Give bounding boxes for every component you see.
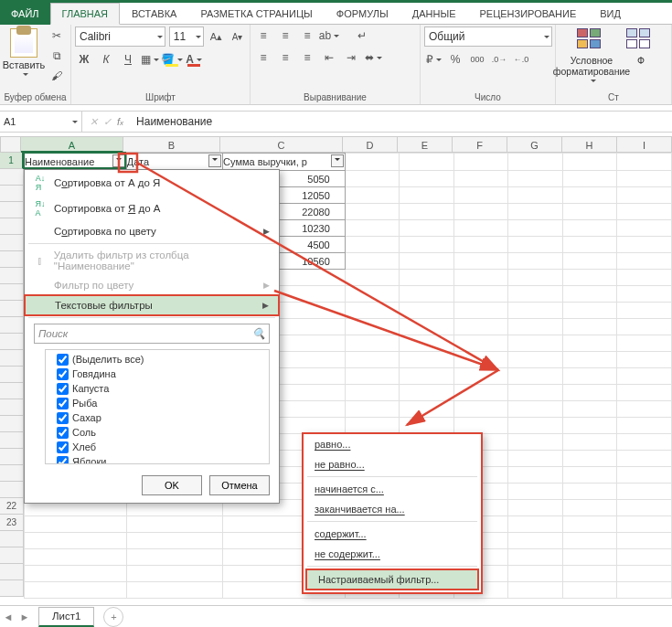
empty-cell[interactable] [508,171,563,187]
empty-cell[interactable] [400,352,454,368]
empty-cell[interactable] [562,451,617,467]
bold-button[interactable]: Ж [75,50,93,69]
wrap-text-icon[interactable]: ↵ [353,27,371,45]
empty-cell[interactable] [400,401,454,418]
empty-cell[interactable] [345,418,400,434]
orientation-icon[interactable]: ab [320,27,338,45]
sheet-nav-prev[interactable]: ◄ [0,611,16,622]
filter-checklist-item[interactable]: (Выделить все) [48,352,267,367]
empty-cell[interactable] [453,286,508,303]
comma-format-icon[interactable]: 000 [468,50,486,69]
text-filter-item[interactable]: равно... [304,434,481,454]
merge-cells-icon[interactable]: ⬌ [364,48,382,67]
empty-cell[interactable] [562,286,617,303]
empty-cell[interactable] [617,187,672,204]
decrease-indent-icon[interactable]: ⇤ [320,48,338,67]
row-header[interactable] [0,547,24,564]
empty-cell[interactable] [617,582,672,599]
empty-cell[interactable] [562,533,617,549]
row-header[interactable] [0,465,24,482]
row-header[interactable] [0,317,24,334]
empty-cell[interactable] [453,385,508,401]
empty-cell[interactable] [453,319,508,335]
sort-desc-item[interactable]: Я↓А Сортировка от Я до А [25,196,279,221]
empty-cell[interactable] [453,270,508,286]
custom-filter-item[interactable]: Настраиваемый фильтр... [305,569,479,590]
empty-cell[interactable] [453,204,508,220]
percent-format-icon[interactable]: % [446,50,464,69]
text-filters-item[interactable]: Текстовые фильтры ▶ [24,294,280,316]
empty-cell[interactable] [345,401,400,418]
empty-cell[interactable] [400,286,454,303]
empty-cell[interactable] [400,253,454,270]
number-format-combo[interactable]: Общий [424,27,552,47]
empty-cell[interactable] [562,237,617,253]
empty-cell[interactable] [617,566,672,582]
ok-button[interactable]: OK [142,475,202,495]
empty-cell[interactable] [562,516,617,533]
empty-cell[interactable] [400,187,454,204]
empty-cell[interactable] [617,319,672,335]
empty-cell[interactable] [345,253,400,270]
empty-cell[interactable] [562,401,617,418]
empty-cell[interactable] [345,270,400,286]
add-sheet-button[interactable]: + [103,607,123,627]
empty-cell[interactable] [508,352,563,368]
empty-cell[interactable] [345,171,400,187]
checkbox[interactable] [57,383,69,395]
empty-cell[interactable] [126,516,222,533]
empty-cell[interactable] [453,401,508,418]
empty-cell[interactable] [400,171,454,187]
empty-cell[interactable] [508,385,563,401]
tab-insert[interactable]: ВСТАВКА [120,3,188,25]
empty-cell[interactable] [345,286,400,303]
row-header[interactable] [0,416,24,432]
filter-dropdown-button[interactable] [331,154,344,167]
filter-search-input[interactable]: Поиск 🔍 [34,324,270,344]
empty-cell[interactable] [617,484,672,500]
empty-cell[interactable] [562,385,617,401]
empty-cell[interactable] [617,237,672,253]
empty-cell[interactable] [508,401,563,418]
empty-cell[interactable] [508,451,563,467]
empty-cell[interactable] [453,237,508,253]
row-header[interactable]: 23 [0,515,24,531]
tab-home[interactable]: ГЛАВНАЯ [50,3,120,25]
checkbox[interactable] [57,441,69,453]
column-headers[interactable]: ABCDEFGHI [0,136,672,153]
empty-cell[interactable] [617,286,672,303]
row-header[interactable] [0,449,24,465]
empty-cell[interactable] [562,418,617,434]
empty-cell[interactable] [508,335,563,352]
empty-cell[interactable] [453,253,508,270]
empty-cell[interactable] [126,549,222,566]
empty-cell[interactable] [126,582,222,599]
cancel-button[interactable]: Отмена [209,475,270,495]
empty-cell[interactable] [345,187,400,204]
empty-cell[interactable] [508,500,563,516]
row-header[interactable] [0,186,24,202]
empty-cell[interactable] [345,335,400,352]
empty-cell[interactable] [126,533,222,549]
empty-cell[interactable] [453,368,508,385]
empty-cell[interactable] [562,303,617,319]
filter-checklist-item[interactable]: Капуста [48,381,267,396]
sort-by-color-item[interactable]: Сортировка по цвету ▶ [25,221,279,241]
empty-cell[interactable] [453,352,508,368]
column-header[interactable]: F [453,136,507,153]
empty-cell[interactable] [508,516,563,533]
filter-dropdown-button[interactable] [112,154,125,167]
empty-cell[interactable] [617,385,672,401]
accept-formula-icon[interactable]: ✓ [103,116,112,128]
paste-button[interactable]: Вставить [4,27,44,80]
text-filter-item[interactable]: не содержит... [304,544,481,564]
column-header[interactable]: D [343,136,398,153]
empty-cell[interactable] [562,368,617,385]
checkbox[interactable] [57,368,69,380]
empty-cell[interactable] [562,171,617,187]
decrease-decimal-icon[interactable]: ←.0 [512,50,530,69]
empty-cell[interactable] [508,533,563,549]
empty-cell[interactable] [508,204,563,220]
empty-cell[interactable] [617,352,672,368]
font-size-combo[interactable]: 11 [169,27,204,47]
